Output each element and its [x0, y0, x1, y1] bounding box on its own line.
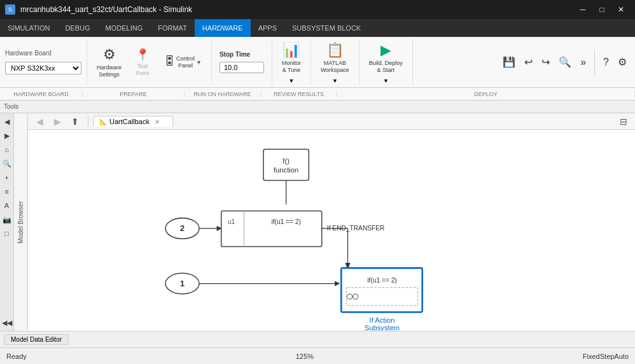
window-controls: ─ □ ✕: [574, 3, 630, 16]
sidebar-text[interactable]: A: [1, 200, 13, 211]
status-ready: Ready: [6, 353, 27, 360]
redo-button[interactable]: ↪: [538, 54, 553, 70]
menu-subsystem-block[interactable]: SUBSYSTEM BLOCK: [284, 19, 368, 37]
test-point-button[interactable]: 📍 TestPoint: [129, 45, 157, 80]
hardware-settings-button[interactable]: ⚙ HardwareSettings: [92, 45, 126, 80]
main-area: ◀ ▶ ⌂ 🔍 + ≡ A 📷 □ ◀◀ Model Browser ◀ ▶ ⬆…: [0, 113, 635, 331]
nav-back-button[interactable]: ◀: [32, 114, 47, 129]
svg-text:1: 1: [180, 279, 185, 288]
canvas-tab[interactable]: 📐 UartCallback ✕: [94, 116, 173, 127]
toolbar-right: 💾 ↩ ↪ 🔍 » ? ⚙: [494, 39, 635, 85]
diagram-svg: f() function 2 u1 if(u1 == 2) If END_TRA…: [28, 130, 635, 331]
save-button[interactable]: 💾: [499, 54, 519, 70]
status-zoom: 125%: [296, 353, 314, 360]
svg-text:If Action: If Action: [370, 316, 395, 324]
build-deploy-icon: ▶: [380, 42, 391, 59]
monitor-tune-label: Monitor& Tune: [282, 60, 301, 74]
stop-time-input[interactable]: [220, 62, 264, 73]
svg-text:2: 2: [180, 223, 185, 233]
sidebar-zoom-fit[interactable]: 🔍: [1, 158, 13, 169]
matlab-workspace-dropdown-icon: ▼: [332, 78, 338, 84]
nav-forward-button[interactable]: ▶: [50, 114, 65, 129]
hardware-board-label: Hardware Board: [5, 50, 52, 57]
menu-apps[interactable]: APPS: [251, 19, 284, 37]
build-deploy-button[interactable]: ▶ Build, Deploy& Start: [365, 41, 407, 75]
label-deploy: DEPLOY: [337, 91, 635, 97]
sidebar-back[interactable]: ◀: [1, 116, 13, 127]
control-panel-icon: 🎛: [164, 55, 175, 68]
monitor-tune-icon: 📊: [283, 42, 300, 59]
settings-button[interactable]: ⚙: [615, 54, 630, 70]
if-block[interactable]: [221, 211, 322, 246]
matlab-workspace-icon: 📋: [326, 42, 344, 59]
sidebar-fit-layers[interactable]: ≡: [1, 186, 13, 197]
help-button[interactable]: ?: [600, 55, 612, 70]
status-solver: FixedStepAuto: [583, 353, 629, 360]
prepare-section: ⚙ HardwareSettings 📍 TestPoint 🎛 Control…: [87, 39, 212, 85]
hardware-settings-label: HardwareSettings: [97, 64, 122, 78]
nav-panel-button[interactable]: ⊟: [616, 114, 631, 129]
maximize-button[interactable]: □: [593, 3, 611, 16]
sidebar-zoom-in[interactable]: +: [1, 172, 13, 183]
sidebar-home[interactable]: ⌂: [1, 144, 13, 155]
menu-hardware[interactable]: HARDWARE: [195, 19, 251, 37]
svg-text:Subsystem: Subsystem: [365, 324, 400, 331]
svg-text:function: function: [274, 166, 298, 174]
hardware-settings-icon: ⚙: [103, 46, 116, 63]
model-browser-label: Model Browser: [17, 201, 24, 244]
toolbar: Hardware Board NXP S32K3xx ⚙ HardwareSet…: [0, 37, 635, 88]
nav-up-button[interactable]: ⬆: [67, 114, 83, 129]
arrow3: [335, 281, 340, 286]
control-panel-button[interactable]: 🎛 ControlPanel ▼: [159, 52, 206, 73]
menu-format[interactable]: FORMAT: [150, 19, 195, 37]
app-icon: S: [5, 4, 15, 15]
bottom-tab-bar: Model Data Editor: [0, 331, 635, 347]
svg-text:f(): f(): [283, 157, 290, 165]
tab-close[interactable]: ✕: [155, 118, 160, 125]
control-panel-dropdown-icon: ▼: [196, 59, 202, 66]
stop-time-section: Stop Time: [212, 39, 272, 85]
test-point-icon: 📍: [136, 48, 150, 62]
sidebar-forward[interactable]: ▶: [1, 130, 13, 141]
search-toolbar-button[interactable]: 🔍: [555, 54, 575, 70]
menu-bar: SIMULATION DEBUG MODELING FORMAT HARDWAR…: [0, 19, 635, 37]
model-data-editor-tab[interactable]: Model Data Editor: [4, 334, 69, 345]
matlab-workspace-button[interactable]: 📋 MATLABWorkspace: [316, 41, 354, 75]
label-hardware-board: HARDWARE BOARD: [0, 91, 83, 97]
monitor-tune-section: 📊 Monitor& Tune ▼: [272, 39, 311, 85]
svg-text:u1: u1: [228, 218, 235, 225]
hardware-board-section: Hardware Board NXP S32K3xx: [0, 39, 87, 85]
tab-icon: 📐: [99, 118, 107, 125]
menu-modeling[interactable]: MODELING: [98, 19, 151, 37]
title-bar: S mrcanhubk344_uart_s32ct/UartCallback -…: [0, 0, 635, 19]
menu-debug[interactable]: DEBUG: [57, 19, 97, 37]
label-prepare: PREPARE: [83, 91, 185, 97]
sidebar-shape[interactable]: □: [1, 228, 13, 239]
diagram: f() function 2 u1 if(u1 == 2) If END_TRA…: [28, 130, 635, 331]
minimize-button[interactable]: ─: [574, 3, 592, 16]
svg-text:if(u1 == 2): if(u1 == 2): [367, 277, 396, 284]
control-panel-label: ControlPanel: [176, 55, 195, 69]
sidebar-snapshot[interactable]: 📷: [1, 214, 13, 225]
label-run-on-hardware: RUN ON HARDWARE: [185, 91, 261, 97]
function-block[interactable]: [263, 150, 309, 181]
stop-time-label: Stop Time: [220, 51, 250, 58]
svg-text:if(u1 == 2): if(u1 == 2): [271, 218, 300, 225]
monitor-tune-button[interactable]: 📊 Monitor& Tune: [277, 41, 305, 75]
sidebar-collapse[interactable]: ◀◀: [1, 317, 13, 328]
undo-button[interactable]: ↩: [521, 54, 536, 70]
more-button[interactable]: »: [577, 55, 589, 70]
tab-label: UartCallback: [109, 118, 150, 125]
close-button[interactable]: ✕: [612, 3, 630, 16]
label-review-results: REVIEW RESULTS: [261, 91, 337, 97]
menu-simulation[interactable]: SIMULATION: [0, 19, 57, 37]
canvas-nav: ◀ ▶ ⬆ 📐 UartCallback ✕ ⊟: [28, 113, 635, 130]
deploy-section: ▶ Build, Deploy& Start ▼: [359, 39, 413, 85]
canvas-area[interactable]: ◀ ▶ ⬆ 📐 UartCallback ✕ ⊟ 📐 mrcanhubk344_…: [28, 113, 635, 331]
status-bar: Ready 125% FixedStepAuto: [0, 347, 635, 364]
model-browser-panel: Model Browser: [14, 113, 28, 331]
window-title: mrcanhubk344_uart_s32ct/UartCallback - S…: [20, 5, 192, 14]
test-point-label: TestPoint: [136, 63, 150, 77]
hardware-board-select[interactable]: NXP S32K3xx: [5, 62, 81, 74]
tools-bar: Tools: [0, 101, 635, 113]
